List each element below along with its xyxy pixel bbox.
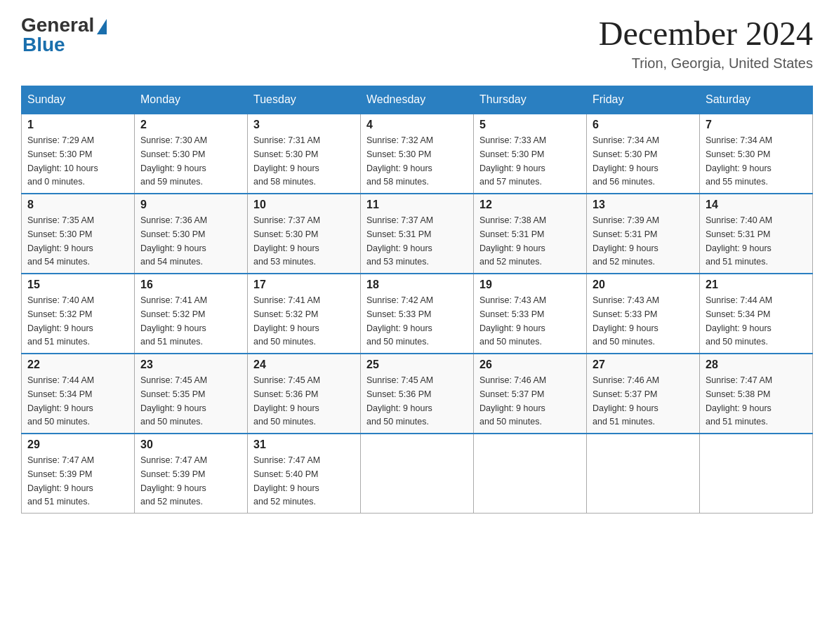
calendar-day-cell: 31 Sunrise: 7:47 AMSunset: 5:40 PMDaylig… bbox=[248, 434, 361, 514]
calendar-day-cell: 23 Sunrise: 7:45 AMSunset: 5:35 PMDaylig… bbox=[135, 354, 248, 434]
day-number: 16 bbox=[140, 279, 241, 291]
day-number: 10 bbox=[253, 199, 355, 211]
location-subtitle: Trion, Georgia, United States bbox=[599, 55, 813, 72]
day-info: Sunrise: 7:30 AMSunset: 5:30 PMDaylight:… bbox=[140, 135, 207, 187]
calendar-day-cell: 29 Sunrise: 7:47 AMSunset: 5:39 PMDaylig… bbox=[22, 434, 135, 514]
day-number: 12 bbox=[479, 199, 581, 211]
day-info: Sunrise: 7:36 AMSunset: 5:30 PMDaylight:… bbox=[140, 215, 207, 267]
calendar-day-cell: 3 Sunrise: 7:31 AMSunset: 5:30 PMDayligh… bbox=[248, 114, 361, 194]
title-area: December 2024 Trion, Georgia, United Sta… bbox=[599, 14, 813, 72]
day-number: 24 bbox=[253, 358, 355, 371]
day-info: Sunrise: 7:29 AMSunset: 5:30 PMDaylight:… bbox=[27, 135, 98, 187]
day-number: 26 bbox=[479, 358, 581, 371]
day-number: 7 bbox=[706, 119, 807, 131]
calendar-week-row: 1 Sunrise: 7:29 AMSunset: 5:30 PMDayligh… bbox=[22, 114, 813, 194]
calendar-day-cell: 8 Sunrise: 7:35 AMSunset: 5:30 PMDayligh… bbox=[22, 194, 135, 274]
calendar-day-header: Sunday bbox=[22, 86, 135, 114]
day-info: Sunrise: 7:35 AMSunset: 5:30 PMDaylight:… bbox=[27, 215, 94, 267]
day-info: Sunrise: 7:37 AMSunset: 5:31 PMDaylight:… bbox=[366, 215, 433, 267]
calendar-day-cell: 6 Sunrise: 7:34 AMSunset: 5:30 PMDayligh… bbox=[587, 114, 700, 194]
day-info: Sunrise: 7:40 AMSunset: 5:32 PMDaylight:… bbox=[27, 295, 94, 347]
day-number: 28 bbox=[706, 358, 807, 371]
calendar-day-cell bbox=[361, 434, 474, 514]
calendar-day-header: Friday bbox=[587, 86, 700, 114]
day-info: Sunrise: 7:41 AMSunset: 5:32 PMDaylight:… bbox=[140, 295, 207, 347]
day-info: Sunrise: 7:33 AMSunset: 5:30 PMDaylight:… bbox=[479, 135, 546, 187]
day-info: Sunrise: 7:44 AMSunset: 5:34 PMDaylight:… bbox=[27, 375, 94, 427]
day-number: 14 bbox=[706, 199, 807, 211]
calendar-day-cell: 26 Sunrise: 7:46 AMSunset: 5:37 PMDaylig… bbox=[474, 354, 587, 434]
day-number: 6 bbox=[593, 119, 694, 131]
calendar-day-header: Saturday bbox=[700, 86, 813, 114]
day-info: Sunrise: 7:34 AMSunset: 5:30 PMDaylight:… bbox=[593, 135, 659, 187]
day-number: 23 bbox=[140, 358, 241, 371]
calendar-day-cell: 15 Sunrise: 7:40 AMSunset: 5:32 PMDaylig… bbox=[22, 274, 135, 354]
day-info: Sunrise: 7:44 AMSunset: 5:34 PMDaylight:… bbox=[706, 295, 772, 347]
calendar-day-cell: 14 Sunrise: 7:40 AMSunset: 5:31 PMDaylig… bbox=[700, 194, 813, 274]
day-info: Sunrise: 7:37 AMSunset: 5:30 PMDaylight:… bbox=[253, 215, 320, 267]
day-info: Sunrise: 7:46 AMSunset: 5:37 PMDaylight:… bbox=[479, 375, 546, 427]
day-number: 1 bbox=[27, 119, 128, 131]
calendar-day-cell: 24 Sunrise: 7:45 AMSunset: 5:36 PMDaylig… bbox=[248, 354, 361, 434]
calendar-day-cell bbox=[474, 434, 587, 514]
day-info: Sunrise: 7:32 AMSunset: 5:30 PMDaylight:… bbox=[366, 135, 433, 187]
calendar-day-header: Wednesday bbox=[361, 86, 474, 114]
calendar-day-cell: 27 Sunrise: 7:46 AMSunset: 5:37 PMDaylig… bbox=[587, 354, 700, 434]
day-number: 13 bbox=[593, 199, 694, 211]
calendar-week-row: 15 Sunrise: 7:40 AMSunset: 5:32 PMDaylig… bbox=[22, 274, 813, 354]
day-info: Sunrise: 7:45 AMSunset: 5:36 PMDaylight:… bbox=[253, 375, 320, 427]
calendar-day-cell bbox=[700, 434, 813, 514]
calendar-day-cell: 7 Sunrise: 7:34 AMSunset: 5:30 PMDayligh… bbox=[700, 114, 813, 194]
day-number: 22 bbox=[27, 358, 128, 371]
calendar-day-cell: 5 Sunrise: 7:33 AMSunset: 5:30 PMDayligh… bbox=[474, 114, 587, 194]
day-number: 5 bbox=[479, 119, 581, 131]
day-number: 21 bbox=[706, 279, 807, 291]
day-number: 4 bbox=[366, 119, 468, 131]
calendar-day-cell: 19 Sunrise: 7:43 AMSunset: 5:33 PMDaylig… bbox=[474, 274, 587, 354]
day-info: Sunrise: 7:45 AMSunset: 5:36 PMDaylight:… bbox=[366, 375, 433, 427]
day-number: 15 bbox=[27, 279, 128, 291]
day-info: Sunrise: 7:34 AMSunset: 5:30 PMDaylight:… bbox=[706, 135, 772, 187]
calendar-day-cell: 16 Sunrise: 7:41 AMSunset: 5:32 PMDaylig… bbox=[135, 274, 248, 354]
calendar-day-header: Thursday bbox=[474, 86, 587, 114]
calendar-day-cell: 13 Sunrise: 7:39 AMSunset: 5:31 PMDaylig… bbox=[587, 194, 700, 274]
calendar-week-row: 8 Sunrise: 7:35 AMSunset: 5:30 PMDayligh… bbox=[22, 194, 813, 274]
day-info: Sunrise: 7:46 AMSunset: 5:37 PMDaylight:… bbox=[593, 375, 659, 427]
day-number: 3 bbox=[253, 119, 355, 131]
day-info: Sunrise: 7:31 AMSunset: 5:30 PMDaylight:… bbox=[253, 135, 320, 187]
calendar-day-cell: 28 Sunrise: 7:47 AMSunset: 5:38 PMDaylig… bbox=[700, 354, 813, 434]
calendar-day-cell: 12 Sunrise: 7:38 AMSunset: 5:31 PMDaylig… bbox=[474, 194, 587, 274]
day-number: 25 bbox=[366, 358, 468, 371]
calendar-day-cell: 10 Sunrise: 7:37 AMSunset: 5:30 PMDaylig… bbox=[248, 194, 361, 274]
day-number: 20 bbox=[593, 279, 694, 291]
calendar-day-header: Tuesday bbox=[248, 86, 361, 114]
day-number: 31 bbox=[253, 438, 355, 451]
logo: General Blue bbox=[21, 14, 107, 56]
day-info: Sunrise: 7:40 AMSunset: 5:31 PMDaylight:… bbox=[706, 215, 772, 267]
day-number: 8 bbox=[27, 199, 128, 211]
day-info: Sunrise: 7:42 AMSunset: 5:33 PMDaylight:… bbox=[366, 295, 433, 347]
calendar-day-cell: 9 Sunrise: 7:36 AMSunset: 5:30 PMDayligh… bbox=[135, 194, 248, 274]
calendar-day-cell: 2 Sunrise: 7:30 AMSunset: 5:30 PMDayligh… bbox=[135, 114, 248, 194]
day-number: 18 bbox=[366, 279, 468, 291]
day-number: 11 bbox=[366, 199, 468, 211]
day-number: 19 bbox=[479, 279, 581, 291]
calendar-day-header: Monday bbox=[135, 86, 248, 114]
day-info: Sunrise: 7:43 AMSunset: 5:33 PMDaylight:… bbox=[479, 295, 546, 347]
calendar-header-row: SundayMondayTuesdayWednesdayThursdayFrid… bbox=[22, 86, 813, 114]
logo-blue-text: Blue bbox=[22, 34, 65, 56]
calendar-day-cell: 17 Sunrise: 7:41 AMSunset: 5:32 PMDaylig… bbox=[248, 274, 361, 354]
day-info: Sunrise: 7:47 AMSunset: 5:39 PMDaylight:… bbox=[140, 455, 207, 507]
day-number: 2 bbox=[140, 119, 241, 131]
logo-triangle-icon bbox=[97, 19, 107, 34]
calendar-day-cell: 11 Sunrise: 7:37 AMSunset: 5:31 PMDaylig… bbox=[361, 194, 474, 274]
day-number: 29 bbox=[27, 438, 128, 451]
day-number: 9 bbox=[140, 199, 241, 211]
calendar-day-cell: 21 Sunrise: 7:44 AMSunset: 5:34 PMDaylig… bbox=[700, 274, 813, 354]
month-title: December 2024 bbox=[599, 14, 813, 53]
calendar-week-row: 29 Sunrise: 7:47 AMSunset: 5:39 PMDaylig… bbox=[22, 434, 813, 514]
day-number: 30 bbox=[140, 438, 241, 451]
calendar-week-row: 22 Sunrise: 7:44 AMSunset: 5:34 PMDaylig… bbox=[22, 354, 813, 434]
day-number: 17 bbox=[253, 279, 355, 291]
calendar-day-cell: 25 Sunrise: 7:45 AMSunset: 5:36 PMDaylig… bbox=[361, 354, 474, 434]
